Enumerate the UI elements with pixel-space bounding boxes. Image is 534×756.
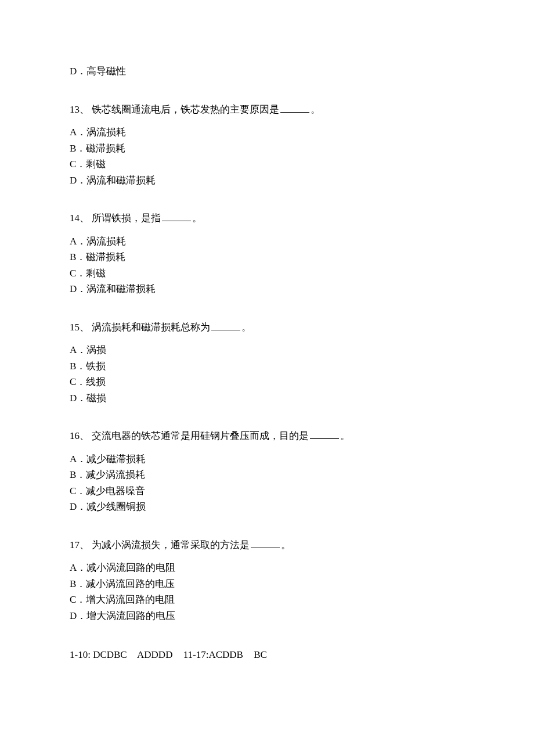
question-text-after: 。 xyxy=(340,430,350,441)
option-a: A．涡流损耗 xyxy=(70,234,464,249)
question-text-after: 。 xyxy=(281,539,291,550)
fill-blank xyxy=(251,538,280,548)
question-stem: 17、 为减小涡流损失，通常采取的方法是。 xyxy=(70,538,464,553)
fill-blank xyxy=(162,211,191,221)
option-c: C．增大涡流回路的电阻 xyxy=(70,592,464,607)
option-b: B．磁滞损耗 xyxy=(70,141,464,156)
answer-key-part4: BC xyxy=(254,649,267,660)
option-c: C．剩磁 xyxy=(70,266,464,281)
option-d: D．增大涡流回路的电压 xyxy=(70,609,464,624)
option-c: C．减少电器噪音 xyxy=(70,484,464,499)
answer-key: 1-10: DCDBC ADDDD 11-17:ACDDB BC xyxy=(70,647,464,663)
question-text-before: 铁芯线圈通流电后，铁芯发热的主要原因是 xyxy=(92,104,279,115)
question-14: 14、 所谓铁损，是指。 A．涡流损耗 B．磁滞损耗 C．剩磁 D．涡流和磁滞损… xyxy=(70,211,464,297)
option-b: B．减少涡流损耗 xyxy=(70,467,464,483)
option-a: A．减小涡流回路的电阻 xyxy=(70,560,464,575)
question-13: 13、 铁芯线圈通流电后，铁芯发热的主要原因是。 A．涡流损耗 B．磁滞损耗 C… xyxy=(70,102,464,188)
question-text-after: 。 xyxy=(241,322,251,333)
question-number: 15、 xyxy=(70,322,89,333)
question-text-before: 交流电器的铁芯通常是用硅钢片叠压而成，目的是 xyxy=(92,430,309,441)
fill-blank xyxy=(211,320,240,330)
document-page: D．高导磁性 13、 铁芯线圈通流电后，铁芯发热的主要原因是。 A．涡流损耗 B… xyxy=(0,0,534,756)
option-c: C．剩磁 xyxy=(70,157,464,172)
option-d: D．磁损 xyxy=(70,391,464,406)
question-16: 16、 交流电器的铁芯通常是用硅钢片叠压而成，目的是。 A．减少磁滞损耗 B．减… xyxy=(70,429,464,514)
question-15: 15、 涡流损耗和磁滞损耗总称为。 A．涡损 B．铁损 C．线损 D．磁损 xyxy=(70,320,464,406)
option-a: A．涡流损耗 xyxy=(70,125,464,140)
option-a: A．涡损 xyxy=(70,343,464,358)
fill-blank xyxy=(310,429,339,439)
answer-key-part1: 1-10: DCDBC xyxy=(70,649,127,660)
option-d: D．减少线圈铜损 xyxy=(70,499,464,514)
option-d: D．涡流和磁滞损耗 xyxy=(70,282,464,297)
option-b: B．铁损 xyxy=(70,359,464,374)
question-text-before: 涡流损耗和磁滞损耗总称为 xyxy=(92,322,210,333)
orphan-option-d: D．高导磁性 xyxy=(70,64,464,79)
question-number: 14、 xyxy=(70,213,89,224)
question-text-after: 。 xyxy=(311,104,320,115)
question-stem: 13、 铁芯线圈通流电后，铁芯发热的主要原因是。 xyxy=(70,102,464,117)
option-b: B．磁滞损耗 xyxy=(70,250,464,265)
fill-blank xyxy=(280,102,309,113)
question-number: 16、 xyxy=(70,430,89,441)
answer-key-part2: ADDDD xyxy=(137,649,172,660)
question-text-after: 。 xyxy=(192,213,202,224)
option-d: D．涡流和磁滞损耗 xyxy=(70,173,464,188)
option-b: B．减小涡流回路的电压 xyxy=(70,577,464,592)
option-c: C．线损 xyxy=(70,375,464,390)
question-text-before: 所谓铁损，是指 xyxy=(92,213,161,224)
question-number: 13、 xyxy=(70,104,89,115)
question-text-before: 为减小涡流损失，通常采取的方法是 xyxy=(92,539,250,550)
option-a: A．减少磁滞损耗 xyxy=(70,452,464,467)
question-stem: 16、 交流电器的铁芯通常是用硅钢片叠压而成，目的是。 xyxy=(70,429,464,444)
question-stem: 15、 涡流损耗和磁滞损耗总称为。 xyxy=(70,320,464,335)
question-17: 17、 为减小涡流损失，通常采取的方法是。 A．减小涡流回路的电阻 B．减小涡流… xyxy=(70,538,464,624)
question-number: 17、 xyxy=(70,539,89,550)
question-stem: 14、 所谓铁损，是指。 xyxy=(70,211,464,226)
answer-key-part3: 11-17:ACDDB xyxy=(183,649,243,660)
